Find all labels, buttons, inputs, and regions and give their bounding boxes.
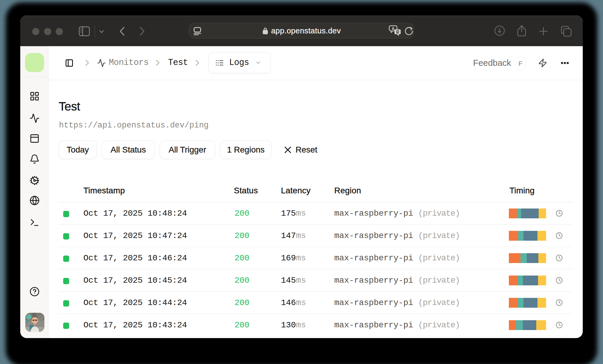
- svg-text:A: A: [392, 26, 395, 31]
